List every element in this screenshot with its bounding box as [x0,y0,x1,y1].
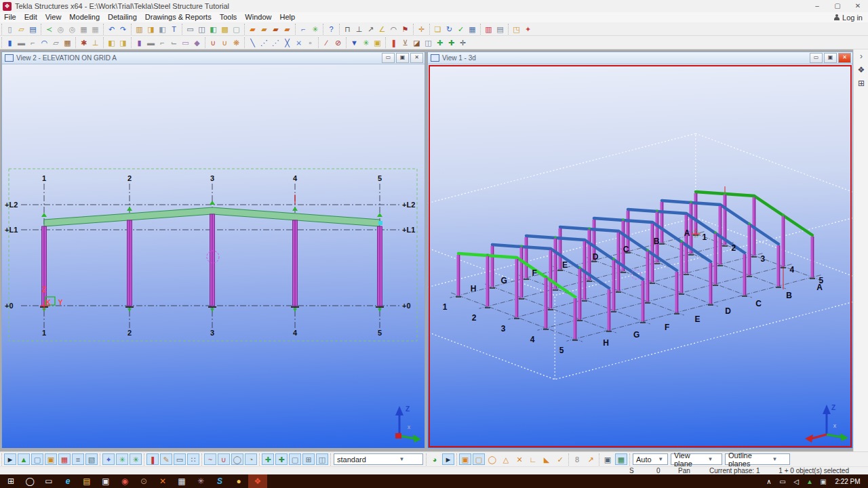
single-part-drawing-icon[interactable]: ▰ [258,24,270,35]
create-point-intersection-icon[interactable]: ╳ [281,37,293,48]
steel-orthogonal-beam-icon[interactable]: ⌙ [168,37,180,48]
steel-folded-plate-icon[interactable]: ◆ [191,37,203,48]
steel-polybeam-icon[interactable]: ⌐ [157,37,168,48]
open-model-icon[interactable]: ▱ [16,24,27,35]
select-distances-icon[interactable]: ∷ [187,453,199,465]
snap-geometry-points-icon[interactable]: ▢ [473,453,485,465]
view-maximize-button[interactable]: ▣ [396,53,409,63]
view-maximize-button[interactable]: ▣ [824,53,837,63]
snap-nearest-points-icon[interactable]: ◯ [486,453,498,465]
undo-icon[interactable]: ↶ [106,24,117,35]
model-sharing-icon[interactable]: ≺ [43,24,55,35]
check-model-icon[interactable]: ✓ [455,24,467,35]
numbering-settings-icon[interactable]: ◫ [422,37,434,48]
menu-item-detailing[interactable]: Detailing [104,12,141,22]
binoculars-app-icon[interactable]: ⊙ [134,474,153,488]
menu-item-modeling[interactable]: Modeling [65,12,104,22]
create-point-line-icon[interactable]: ╲ [247,37,258,48]
view-3d-viewport[interactable]: AABBCCDDEEFFGGHH1122334455Zx [428,64,852,448]
login-button[interactable]: Log in [834,14,868,22]
add-flag-icon[interactable]: ⚑ [399,24,411,35]
clash-check-icon[interactable]: ▥ [483,24,494,35]
copy-object-icon[interactable]: ❏ [432,24,443,35]
screenshot-icon[interactable]: ▩ [219,24,231,35]
basic-view-icon[interactable]: ▭ [184,24,196,35]
select-holes-icon[interactable]: ◯ [231,453,243,465]
share-packet-icon[interactable]: ▦ [90,24,101,35]
ga-drawing-icon[interactable]: ▰ [247,24,258,35]
phase-manager-icon[interactable]: ❚ [388,37,399,48]
create-beam-icon[interactable]: ▬ [16,37,27,48]
construction-circle-icon[interactable]: ⊘ [332,37,344,48]
view-minimize-button[interactable]: ▭ [382,53,395,63]
create-report-icon[interactable]: ▥ [134,24,145,35]
view-3d-window[interactable]: View 1 - 3d ▭ ▣ ✕ AABBCCDDEEFFGGHH112233… [427,52,853,448]
split-tool-icon[interactable]: ⊻ [399,37,411,48]
macro-tool-icon[interactable]: ▼ [349,37,360,48]
menu-item-tools[interactable]: Tools [216,12,241,22]
view-3d-icon[interactable]: ◧ [208,24,219,35]
multi-drawing-icon[interactable]: ▰ [281,24,293,35]
create-fence-icon[interactable]: ⊓ [342,24,353,35]
explode-assembly-icon[interactable]: ✚ [446,37,457,48]
select-points-icon[interactable]: ▢ [31,453,43,465]
steel-plate-icon[interactable]: ▭ [180,37,191,48]
view-3d-titlebar[interactable]: View 1 - 3d ▭ ▣ ✕ [428,52,852,64]
select-bolts-icon[interactable]: ▣ [45,453,57,465]
search-button[interactable]: ◯ [20,474,39,488]
rotate-object-icon[interactable]: ↻ [443,24,455,35]
work-plane-icon[interactable]: ⊥ [353,24,365,35]
skype-icon[interactable]: S [210,474,229,488]
tekla-structures-icon[interactable]: ❖ [248,474,267,488]
create-stud-icon[interactable]: ∪ [219,37,231,48]
elevation-view-titlebar[interactable]: View 2 - ELEVATION ON GRID A ▭ ▣ ✕ [2,52,425,64]
view-on-plane-icon[interactable]: ◫ [196,24,208,35]
snap-end-points-icon[interactable]: ✕ [513,453,526,465]
help-pointer-icon[interactable]: ? [326,24,337,35]
tray-display-icon[interactable]: ▭ [776,478,789,485]
clipboard-manager-icon[interactable]: ▤ [494,24,506,35]
minimize-button[interactable]: – [807,0,827,12]
numbering-icon[interactable]: ◪ [411,37,422,48]
create-point-any-icon[interactable]: ▫ [304,37,316,48]
select-cast-units-icon[interactable]: ▢ [289,453,301,465]
view-minimize-button[interactable]: ▭ [810,53,823,63]
select-planes-icon[interactable]: ✳ [130,453,142,465]
snap-mode-combo[interactable]: Auto▼ [633,453,668,465]
add-view-window-icon[interactable]: ⊞ [854,77,868,90]
contacts-app-icon[interactable]: ✳ [191,474,210,488]
snap-intersections-icon[interactable]: △ [500,453,512,465]
bolt-tool-icon[interactable]: ✛ [416,24,427,35]
save-model-icon[interactable]: ▤ [27,24,39,35]
menu-item-view[interactable]: View [41,12,66,22]
snap-ortho-icon[interactable]: 8 [571,453,583,465]
menu-item-edit[interactable]: Edit [20,12,41,22]
tray-notes-icon[interactable]: ▣ [816,478,830,485]
snap-reference-points-icon[interactable]: ▣ [459,453,471,465]
array-tool-icon[interactable]: ▦ [467,24,478,35]
share-baseline-icon[interactable]: ▦ [78,24,90,35]
tekla-warehouse-icon[interactable]: ✕ [153,474,172,488]
display-toggle-icon[interactable]: ◕ [429,453,441,465]
restore-button[interactable]: ▢ [827,0,848,12]
select-grid-lines-icon[interactable]: ✳ [116,453,128,465]
select-annotations-icon[interactable]: ✎ [160,453,172,465]
create-surface-icon[interactable]: ⊥ [90,37,101,48]
select-surfaces-icon[interactable]: ▧ [85,453,98,465]
elevation-viewport[interactable]: 1122334455+L2+L2+L1+L1+0+0ZKYZx [2,64,425,448]
close-button[interactable]: ✕ [848,0,868,12]
steel-beam-icon[interactable]: ▬ [145,37,157,48]
select-assemblies-icon[interactable]: ✚ [262,453,274,465]
view-close-button[interactable]: ✕ [838,53,851,63]
select-pours-icon[interactable]: ⊞ [302,453,315,465]
select-components-icon[interactable]: ❚ [146,453,159,465]
create-pad-footing-icon[interactable]: ▦ [62,37,73,48]
create-curved-beam-icon[interactable]: ◠ [39,37,50,48]
select-cuts-icon[interactable]: ◔ [245,453,257,465]
menu-item-help[interactable]: Help [275,12,299,22]
edge-icon[interactable]: e [58,474,77,488]
lock-tool-icon[interactable]: ⌐ [298,24,309,35]
snap-tracking-icon[interactable]: ↗ [585,453,597,465]
select-views-icon[interactable]: ▭ [174,453,186,465]
select-pour-breaks-icon[interactable]: ◫ [316,453,328,465]
